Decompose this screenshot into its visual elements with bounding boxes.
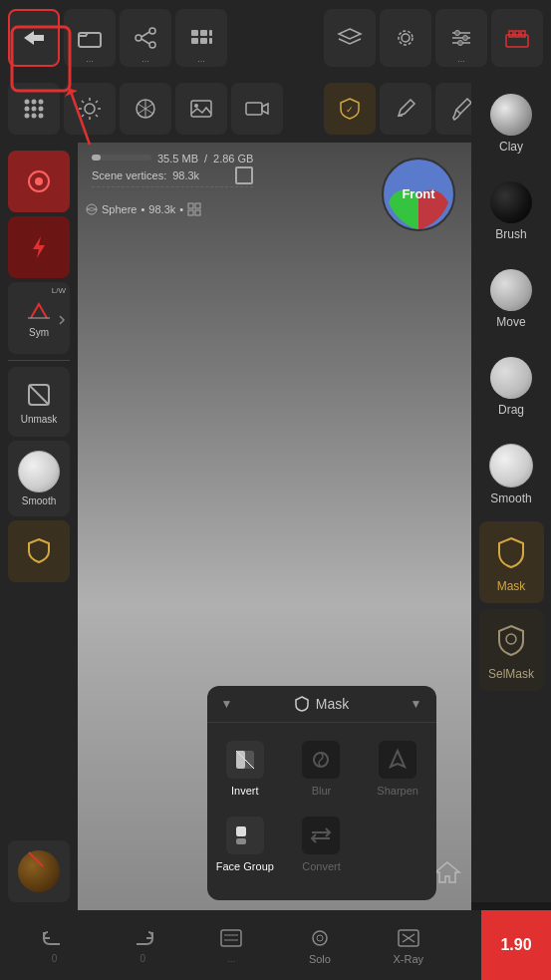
svg-point-73 xyxy=(313,931,327,945)
mask-blur-button[interactable]: Blur xyxy=(283,731,360,807)
layers-button[interactable] xyxy=(324,9,376,67)
sharpen-icon xyxy=(385,747,411,773)
aperture-button[interactable] xyxy=(120,83,171,135)
mask-shield-small-button[interactable] xyxy=(8,520,70,582)
home-button[interactable] xyxy=(433,858,461,890)
back-button[interactable] xyxy=(8,9,60,67)
xray-button[interactable]: X-Ray xyxy=(381,926,435,965)
drag-ball xyxy=(490,357,532,399)
clay-ball xyxy=(490,94,532,136)
mask-popup-title-text: Mask xyxy=(316,696,349,712)
menu-button[interactable]: ... xyxy=(204,926,259,964)
solo-icon xyxy=(306,926,334,950)
selmask-label: SelMask xyxy=(488,667,534,681)
share-dots: ... xyxy=(141,54,149,64)
svg-rect-46 xyxy=(191,101,211,117)
solo-button[interactable]: Solo xyxy=(292,926,347,965)
dots-grid-button[interactable] xyxy=(8,83,60,135)
mask-facegroup-label: Face Group xyxy=(216,860,274,872)
brown-ball-button[interactable] xyxy=(8,840,70,902)
mask-shield-right-icon xyxy=(493,535,529,571)
svg-rect-22 xyxy=(515,31,519,37)
unmask-button[interactable]: Unmask xyxy=(8,367,70,437)
convert-icon xyxy=(308,822,334,848)
selmask-button[interactable]: SelMask xyxy=(479,609,544,691)
video-button[interactable] xyxy=(231,83,283,135)
gear-icon xyxy=(393,27,418,49)
second-toolbar: ✓ xyxy=(0,75,551,143)
svg-line-4 xyxy=(141,32,149,37)
blur-icon xyxy=(308,747,334,773)
redo-button[interactable]: 0 xyxy=(116,926,170,964)
invert-icon xyxy=(232,747,258,773)
mask-grid: Invert Blur Sharpen xyxy=(207,723,436,890)
bottom-toolbar: 0 0 ... Solo X-Ray xyxy=(0,910,551,980)
memory-bar xyxy=(92,155,151,161)
clay-button[interactable]: Clay xyxy=(479,83,544,164)
svg-rect-66 xyxy=(236,751,245,769)
svg-text:✓: ✓ xyxy=(346,105,354,115)
sym-button[interactable]: L/W Sym xyxy=(8,282,70,354)
sliders-dots: ... xyxy=(457,54,465,64)
expand-button[interactable] xyxy=(235,166,253,184)
mask-convert-button[interactable]: Convert xyxy=(283,807,360,882)
move-ball xyxy=(490,269,532,311)
solo-label: Solo xyxy=(309,953,331,965)
grid-button[interactable]: ... xyxy=(175,9,227,67)
share-button[interactable]: ... xyxy=(120,9,171,67)
mask-popup-title: Mask xyxy=(294,696,349,712)
folder-button[interactable]: ... xyxy=(64,9,116,67)
mask-right-label: Mask xyxy=(497,579,526,593)
castle-button[interactable] xyxy=(491,9,543,67)
mask-sharpen-icon-box xyxy=(379,741,416,779)
sym-icon xyxy=(23,298,55,324)
nav-gizmo[interactable]: Front xyxy=(377,153,461,241)
sun-button[interactable] xyxy=(64,83,116,135)
mask-chevron-right[interactable]: ▼ xyxy=(411,697,422,711)
mask-right-button[interactable]: Mask xyxy=(479,521,544,603)
svg-rect-60 xyxy=(195,210,200,215)
vertices-row: Scene vertices: 98.3k xyxy=(92,166,253,184)
svg-point-12 xyxy=(402,34,410,42)
brush-button[interactable]: Brush xyxy=(479,170,544,252)
dashed-separator-row xyxy=(92,186,253,187)
smooth-left-label: Smooth xyxy=(22,495,56,506)
mask-popup: ▼ Mask ▼ Invert xyxy=(207,686,436,900)
pen-button[interactable] xyxy=(380,83,431,135)
drag-label: Drag xyxy=(498,403,524,417)
sphere-sep: • xyxy=(140,203,144,215)
mask-popup-header: ▼ Mask ▼ xyxy=(207,686,436,723)
svg-point-27 xyxy=(25,107,30,112)
smooth-right-ball xyxy=(489,444,533,488)
bottom-right-value[interactable]: 1.90 xyxy=(481,910,551,980)
sphere-mesh-icon xyxy=(86,203,98,215)
folder-icon xyxy=(77,27,103,49)
smooth-left-button[interactable]: Smooth xyxy=(8,441,70,516)
memory-text: 35.5 MB xyxy=(157,153,198,164)
undo-button[interactable]: 0 xyxy=(27,926,82,964)
mask-facegroup-button[interactable]: Face Group xyxy=(207,807,284,882)
svg-line-39 xyxy=(96,115,98,117)
memory-total: 2.86 GB xyxy=(213,153,253,164)
image-button[interactable] xyxy=(175,83,227,135)
drag-button[interactable]: Drag xyxy=(479,346,544,428)
svg-rect-68 xyxy=(236,826,246,836)
mask-chevron-left[interactable]: ▼ xyxy=(221,697,233,711)
circle-tool-button[interactable] xyxy=(8,151,70,212)
mask-sharpen-button[interactable]: Sharpen xyxy=(360,731,436,807)
sliders-button[interactable]: ... xyxy=(435,9,487,67)
shield-protect-button[interactable]: ✓ xyxy=(324,83,376,135)
svg-point-2 xyxy=(149,42,155,48)
smooth-right-button[interactable]: Smooth xyxy=(479,434,544,515)
move-button[interactable]: Move xyxy=(479,258,544,340)
svg-rect-23 xyxy=(521,31,525,37)
dashed-separator xyxy=(92,186,253,187)
settings-button[interactable] xyxy=(380,9,431,67)
svg-rect-59 xyxy=(188,210,193,215)
svg-point-24 xyxy=(25,100,30,105)
mask-invert-button[interactable]: Invert xyxy=(207,731,284,807)
sphere-grid2-icon xyxy=(187,202,201,216)
lightning-button[interactable] xyxy=(8,216,70,278)
move-label: Move xyxy=(496,315,525,329)
smooth-right-label: Smooth xyxy=(490,491,531,505)
